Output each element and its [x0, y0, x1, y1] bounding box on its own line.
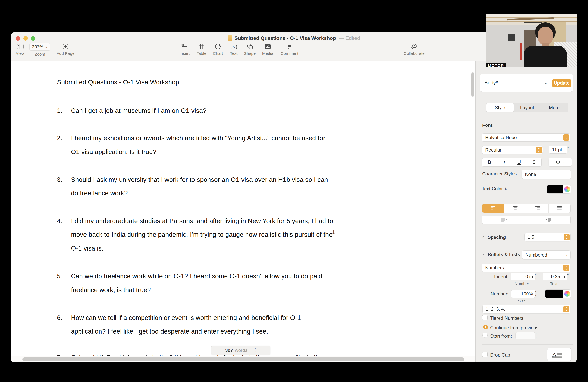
indent-fields-label: Indent:	[482, 274, 508, 279]
number-size-value: 100%	[521, 291, 533, 297]
color-wheel-icon[interactable]	[564, 186, 570, 192]
indent-number-caption: Number	[512, 281, 532, 286]
strikethrough-button[interactable]: S	[526, 158, 542, 167]
horizontal-scrollbar-thumb[interactable]	[22, 358, 464, 361]
character-styles-value: None	[522, 172, 566, 177]
svg-text:A: A	[232, 45, 235, 49]
add-page-button[interactable]: Add Page	[52, 43, 79, 56]
insert-icon	[181, 43, 188, 50]
list-number: 2.	[57, 134, 63, 142]
font-style-dropdown[interactable]: Regular ⌃⌄	[482, 146, 543, 154]
disclosure-chevron-icon[interactable]: ›	[483, 233, 484, 239]
number-size-field[interactable]: 100%	[511, 290, 535, 298]
list-number: 6.	[57, 313, 63, 322]
view-icon	[17, 43, 23, 50]
disclosure-chevron-icon[interactable]: ⌄	[482, 251, 485, 256]
indent-text-caption: Text	[544, 281, 564, 286]
drop-cap-icon: A	[552, 351, 562, 358]
text-color-label: Text Color ⇕	[482, 186, 507, 191]
number-size-label: Number:	[482, 291, 508, 297]
collaborate-button[interactable]: Collaborate	[400, 43, 428, 56]
stepper-icon[interactable]: ⌃⌄	[536, 147, 542, 153]
media-icon	[265, 43, 271, 50]
list-style-dropdown[interactable]: Numbered ⌄	[522, 250, 571, 259]
tab-more[interactable]: More	[541, 103, 568, 112]
start-from-stepper-icon[interactable]: ⌃⌄	[535, 333, 537, 338]
zoom-value: 207%	[32, 44, 43, 50]
table-icon	[199, 43, 204, 50]
underline-button[interactable]: U	[512, 158, 526, 167]
font-size-stepper-icon[interactable]: ⌃⌄	[567, 147, 569, 151]
screen: Submitted Questions - O-1 Visa Workshop …	[0, 0, 588, 382]
character-styles-dropdown[interactable]: None ⌄	[522, 170, 571, 179]
current-color	[545, 290, 563, 298]
vertical-scrollbar-thumb[interactable]	[471, 72, 474, 97]
current-color	[547, 185, 563, 193]
comment-button[interactable]: Comment	[276, 43, 303, 56]
edited-status: — Edited	[339, 35, 360, 41]
text-color-swatch[interactable]	[547, 185, 571, 193]
font-section-label: Font	[482, 123, 492, 128]
font-family-dropdown[interactable]: Helvetica Neue ⌃⌄	[482, 133, 570, 142]
stepper-icon[interactable]: ⌃⌄	[563, 306, 569, 312]
spacing-value: 1.5	[525, 234, 564, 240]
chevron-down-icon[interactable]: ⌄	[544, 80, 548, 85]
word-count-stepper-icon[interactable]: ⌃⌄	[254, 348, 256, 352]
stepper-icon[interactable]: ⌃⌄	[564, 234, 570, 240]
drop-cap-label: Drop Cap	[490, 352, 510, 358]
number-color-swatch[interactable]	[545, 289, 571, 298]
spacing-dropdown[interactable]: 1.5 ⌃⌄	[525, 233, 571, 241]
continue-from-previous-radio[interactable]	[483, 325, 488, 329]
number-size-stepper-icon[interactable]: ⌃⌄	[535, 291, 537, 296]
align-right-icon	[535, 206, 540, 210]
drop-cap-style-button[interactable]: A ⌄	[547, 348, 571, 361]
increase-indent-button[interactable]	[526, 216, 570, 224]
bold-button[interactable]: B	[482, 158, 497, 167]
italic-button[interactable]: I	[497, 158, 512, 167]
tiered-numbers-checkbox[interactable]	[482, 315, 488, 320]
pages-window: Submitted Questions - O-1 Visa Workshop …	[11, 32, 577, 362]
divider	[482, 246, 573, 246]
start-from-label: Start from:	[490, 333, 512, 339]
word-count-label: words	[235, 348, 247, 353]
webcam-vacuum	[520, 43, 522, 61]
list-type-value: Numbers	[482, 265, 563, 271]
start-from-radio[interactable]	[483, 333, 488, 338]
font-size-field[interactable]: 11 pt	[549, 146, 567, 154]
tiered-numbers-label: Tiered Numbers	[490, 316, 524, 321]
color-wheel-icon[interactable]	[564, 291, 570, 297]
tab-style[interactable]: Style	[486, 103, 514, 112]
paragraph-style-value: Body*	[484, 80, 498, 86]
align-left-button[interactable]	[482, 204, 504, 212]
tab-layout[interactable]: Layout	[514, 103, 541, 112]
number-format-dropdown[interactable]: 1. 2. 3. 4. ⌃⌄	[483, 305, 570, 313]
indent-number-stepper-icon[interactable]: ⌃⌄	[535, 274, 537, 278]
align-center-button[interactable]	[504, 204, 526, 212]
update-style-button[interactable]: Update	[552, 79, 571, 87]
update-label: Update	[554, 80, 569, 86]
divider	[482, 344, 573, 345]
decrease-indent-button[interactable]	[482, 216, 526, 224]
stepper-icon[interactable]: ⌃⌄	[563, 265, 569, 271]
chevron-down-icon: ⌄	[564, 353, 566, 356]
person-torso	[524, 46, 567, 67]
question-4-line-1: I did my undergraduate studies at Parson…	[71, 216, 333, 225]
zoom-control[interactable]: 207% ⌄ Zoom	[26, 43, 53, 57]
align-right-button[interactable]	[526, 204, 548, 212]
advanced-font-options-button[interactable]: ⚙ ⌄	[548, 158, 572, 167]
collaborate-label: Collaborate	[404, 51, 424, 56]
indent-text-field[interactable]: 0.25 in	[543, 273, 567, 280]
stepper-icon[interactable]: ⌃⌄	[563, 134, 569, 141]
document-icon	[228, 35, 232, 41]
divider	[482, 96, 573, 96]
list-type-dropdown[interactable]: Numbers ⌃⌄	[482, 264, 570, 272]
drop-cap-checkbox[interactable]	[482, 352, 488, 357]
zoom-dropdown[interactable]: 207% ⌄	[29, 43, 50, 51]
webcam-badge: MOTOR	[486, 63, 505, 67]
align-justify-button[interactable]	[548, 204, 570, 212]
chevron-down-icon: ⌄	[45, 45, 48, 49]
word-count-pill[interactable]: 327 words ⌃⌄	[211, 346, 271, 355]
indent-number-field[interactable]: 0 in	[511, 273, 535, 280]
indent-text-stepper-icon[interactable]: ⌃⌄	[567, 274, 569, 278]
start-from-field[interactable]	[515, 332, 535, 340]
